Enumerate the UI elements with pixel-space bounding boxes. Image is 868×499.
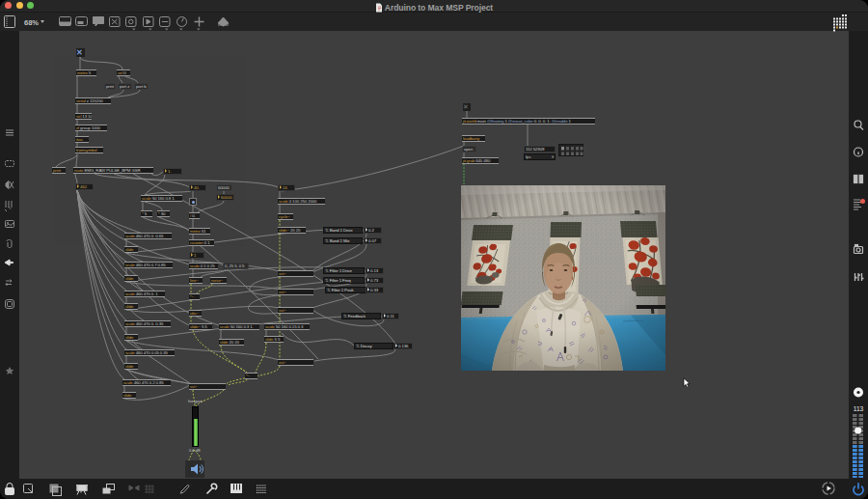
svg-text:68%: 68%: [24, 18, 39, 27]
svg-text:113: 113: [854, 405, 864, 412]
